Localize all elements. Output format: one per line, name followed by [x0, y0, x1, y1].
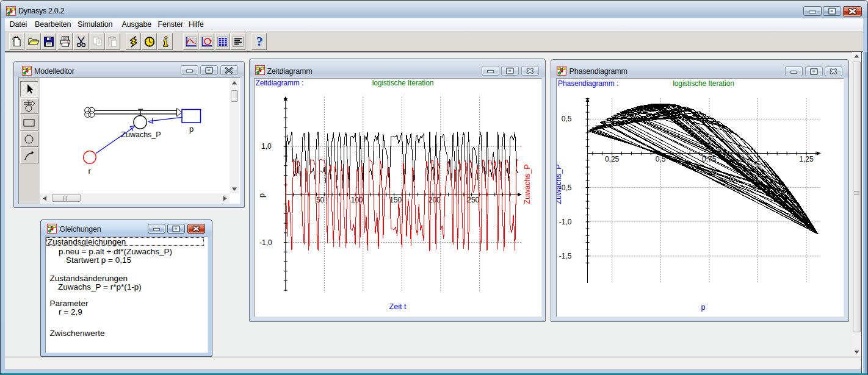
svg-text:1,25: 1,25	[799, 155, 814, 163]
svg-text:50: 50	[316, 195, 324, 204]
svg-text:150: 150	[389, 195, 402, 204]
svg-text:250: 250	[467, 195, 479, 204]
svg-text:p: p	[189, 124, 193, 134]
svg-text:0,5: 0,5	[562, 115, 572, 123]
svg-text:-0,5: -0,5	[559, 184, 572, 192]
svg-text:-1,5: -1,5	[559, 252, 572, 260]
svg-text:-1,0: -1,0	[259, 238, 272, 246]
svg-text:-1,0: -1,0	[559, 218, 572, 226]
svg-text:1,0: 1,0	[261, 142, 272, 151]
svg-text:r: r	[88, 166, 91, 176]
svg-text:?: ?	[256, 35, 263, 48]
svg-text:100: 100	[350, 195, 363, 204]
svg-text:200: 200	[428, 195, 440, 204]
svg-text:0,25: 0,25	[605, 155, 620, 163]
